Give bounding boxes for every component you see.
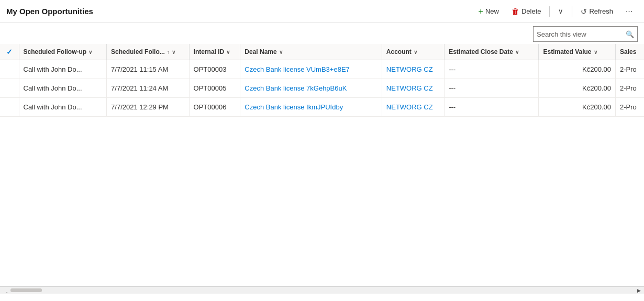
refresh-button[interactable]: ↺ Refresh	[575, 5, 618, 18]
row-deal-name[interactable]: Czech Bank license 7kGehpB6uK	[240, 79, 382, 98]
page-title: My Open Opportunities	[6, 7, 93, 16]
row-followup-datetime: 7/7/2021 11:15 AM	[107, 60, 189, 79]
row-deal-name[interactable]: Czech Bank license IkmJPUfdby	[240, 98, 382, 117]
delete-label: Delete	[521, 7, 541, 15]
refresh-label: Refresh	[589, 7, 613, 15]
col-account[interactable]: Account ∨	[382, 44, 444, 60]
row-followup-datetime: 7/7/2021 12:29 PM	[107, 98, 189, 117]
scroll-right-arrow[interactable]: ▶	[634, 287, 644, 294]
scrollbar-track	[0, 288, 644, 292]
row-sales: 2-Pro	[616, 60, 644, 79]
row-account[interactable]: NETWORG CZ	[382, 79, 444, 98]
toolbar-separator-2	[572, 6, 572, 17]
grid-container: ✓ Scheduled Follow-up ∨ Scheduled Follo.…	[0, 44, 644, 286]
more-options-button[interactable]: ⋯	[620, 5, 638, 18]
sort-desc-icon: ∨	[88, 49, 92, 55]
row-deal-name[interactable]: Czech Bank license VUmB3+e8E7	[240, 60, 382, 79]
row-check[interactable]	[0, 98, 19, 117]
row-internal-id: OPT00005	[189, 79, 240, 98]
row-close-date: ---	[445, 60, 539, 79]
row-internal-id: OPT00006	[189, 98, 240, 117]
row-followup: Call with John Do...	[19, 60, 107, 79]
row-check[interactable]	[0, 60, 19, 79]
chevron-button[interactable]: ∨	[553, 5, 569, 18]
delete-button[interactable]: 🗑 Delete	[506, 4, 547, 18]
row-est-value: Kč200.00	[539, 60, 616, 79]
col-sales-label: Sales	[620, 48, 636, 55]
row-followup-datetime: 7/7/2021 11:24 AM	[107, 79, 189, 98]
col-close-date[interactable]: Estimated Close Date ∨	[445, 44, 539, 60]
row-close-date: ---	[445, 98, 539, 117]
col-followup2-label: Scheduled Follo...	[111, 48, 165, 55]
col-account-sort-icon: ∨	[414, 49, 417, 55]
table-row: Call with John Do...7/7/2021 11:24 AMOPT…	[0, 79, 644, 98]
refresh-icon: ↺	[581, 7, 587, 16]
col-account-label: Account	[386, 48, 412, 55]
row-account[interactable]: NETWORG CZ	[382, 98, 444, 117]
check-all-icon[interactable]: ✓	[6, 48, 13, 56]
scrollbar-thumb[interactable]	[10, 288, 42, 292]
new-button[interactable]: + New	[473, 4, 504, 19]
toolbar: + New 🗑 Delete ∨ ↺ Refresh ⋯	[473, 4, 638, 19]
row-sales: 2-Pro	[616, 98, 644, 117]
col-deal-name[interactable]: Deal Name ∨	[240, 44, 382, 60]
col-scheduled-followup2[interactable]: Scheduled Follo... ↑ ∨	[107, 44, 189, 60]
top-bar: My Open Opportunities + New 🗑 Delete ∨ ↺…	[0, 0, 644, 23]
col-deal-name-sort-icon: ∨	[279, 49, 283, 55]
col-internal-id[interactable]: Internal ID ∨	[189, 44, 240, 60]
col-scheduled-followup[interactable]: Scheduled Follow-up ∨	[19, 44, 107, 60]
row-est-value: Kč200.00	[539, 98, 616, 117]
search-icon: 🔍	[626, 30, 634, 38]
col-check: ✓	[0, 44, 19, 60]
table-row: Call with John Do...7/7/2021 12:29 PMOPT…	[0, 98, 644, 117]
row-followup: Call with John Do...	[19, 79, 107, 98]
ellipsis-icon: ⋯	[626, 7, 632, 15]
chevron-down-icon: ∨	[558, 7, 563, 15]
table-header: ✓ Scheduled Follow-up ∨ Scheduled Follo.…	[0, 44, 644, 60]
new-label: New	[485, 7, 499, 15]
row-check[interactable]	[0, 79, 19, 98]
row-followup: Call with John Do...	[19, 98, 107, 117]
opportunities-table: ✓ Scheduled Follow-up ∨ Scheduled Follo.…	[0, 44, 644, 117]
trash-icon: 🗑	[512, 7, 519, 16]
row-est-value: Kč200.00	[539, 79, 616, 98]
col-followup-label: Scheduled Follow-up	[24, 48, 87, 55]
col-internal-id-label: Internal ID	[194, 48, 225, 55]
table-body: Call with John Do...7/7/2021 11:15 AMOPT…	[0, 60, 644, 117]
horizontal-scrollbar[interactable]: ◀ ▶	[0, 286, 644, 294]
col-sales[interactable]: Sales	[616, 44, 644, 60]
row-internal-id: OPT00003	[189, 60, 240, 79]
row-close-date: ---	[445, 79, 539, 98]
row-account[interactable]: NETWORG CZ	[382, 60, 444, 79]
search-input-wrapper: 🔍	[533, 26, 638, 42]
search-bar: 🔍	[0, 23, 644, 44]
row-sales: 2-Pro	[616, 79, 644, 98]
app-container: My Open Opportunities + New 🗑 Delete ∨ ↺…	[0, 0, 644, 294]
plus-icon: +	[479, 7, 483, 16]
col-est-value[interactable]: Estimated Value ∨	[539, 44, 616, 60]
col-close-date-sort-icon: ∨	[515, 49, 519, 55]
sort-asc-icon: ↑	[167, 49, 170, 55]
col-est-value-sort-icon: ∨	[594, 49, 597, 55]
col-close-date-label: Estimated Close Date	[449, 48, 513, 55]
search-input[interactable]	[537, 30, 624, 38]
col-est-value-label: Estimated Value	[543, 48, 591, 55]
sort-asc2-icon: ∨	[172, 49, 175, 55]
col-deal-name-label: Deal Name	[245, 48, 276, 55]
toolbar-separator	[549, 6, 550, 17]
table-row: Call with John Do...7/7/2021 11:15 AMOPT…	[0, 60, 644, 79]
col-internal-id-sort-icon: ∨	[226, 49, 230, 55]
